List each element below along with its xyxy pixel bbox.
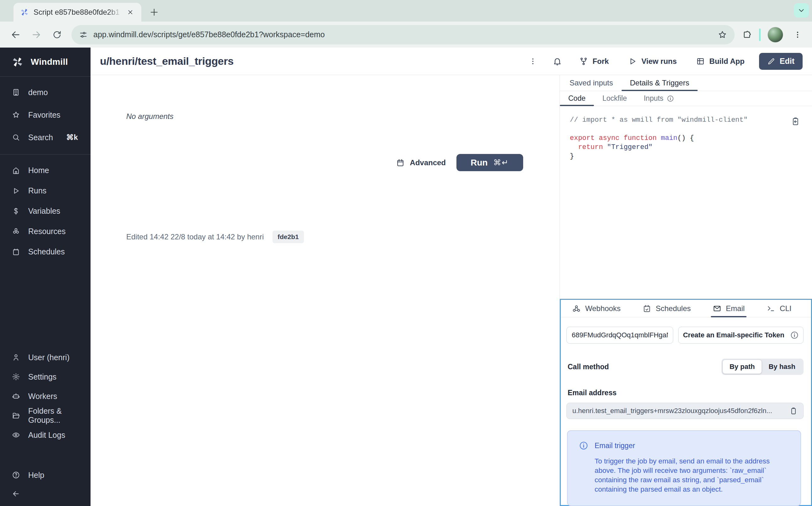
building-icon [12,88,20,96]
browser-tab[interactable]: Script e857be88e0fde2b1 | W [13,3,141,22]
clipboard-icon[interactable] [790,407,798,415]
fork-button[interactable]: Fork [574,54,614,69]
terminal-icon [766,304,775,313]
code-viewer: // import * as wmill from "windmill-clie… [560,106,812,299]
browser-toolbar: app.windmill.dev/scripts/get/e857be88e0f… [0,22,812,48]
sidebar-item-folders[interactable]: Folders & Groups... [0,406,90,425]
sidebar-item-label: Variables [28,206,60,216]
sidebar-item-label: Workers [28,392,57,401]
sidebar-item-search[interactable]: Search ⌘k [0,126,90,149]
email-trigger-info-box: Email trigger To trigger the job by emai… [567,430,801,506]
info-circle-icon [790,331,799,340]
sidebar-item-favorites[interactable]: Favorites [0,104,90,126]
sidebar-item-label: Favorites [28,110,60,119]
forward-icon[interactable] [27,26,45,44]
tab-webhooks-label: Webhooks [585,304,621,313]
tab-close-icon[interactable] [126,7,135,17]
sidebar-item-help[interactable]: Help [0,465,90,485]
play-outline-icon [628,57,637,66]
run-shortcut: ⌘↵ [493,158,509,167]
dollar-icon [12,207,20,215]
back-icon[interactable] [7,26,24,44]
sidebar-item-label: Resources [28,227,66,236]
sidebar-item-home[interactable]: Home [0,160,90,181]
email-address-field[interactable]: u.henri.test_email_triggers+mrsw23zlouxg… [566,403,804,419]
sidebar-item-schedules[interactable]: Schedules [0,242,90,262]
tab-email[interactable]: Email [711,300,747,317]
subtab-lockfile[interactable]: Lockfile [594,91,635,106]
sidebar-item-label: demo [28,88,48,97]
robot-icon [12,392,20,400]
script-code[interactable]: // import * as wmill from "windmill-clie… [560,106,812,161]
code-subtabs: Code Lockfile Inputs [560,91,812,106]
browser-menu-kebab-icon[interactable] [790,27,805,42]
sidebar-item-label: Help [28,471,44,480]
eye-icon [12,431,20,439]
build-app-button[interactable]: Build App [691,54,749,69]
tab-webhooks[interactable]: Webhooks [570,300,622,317]
sidebar-item-workers[interactable]: Workers [0,387,90,406]
subtab-inputs-label: Inputs [644,94,664,103]
code-comment: // import * as wmill from "windmill-clie… [570,116,748,124]
subtab-code[interactable]: Code [560,91,594,106]
tab-schedules-trigger[interactable]: Schedules [640,300,693,317]
url-bar[interactable]: app.windmill.dev/scripts/get/e857be88e0f… [71,25,735,45]
no-arguments-text: No arguments [126,112,174,121]
tab-schedules-label: Schedules [656,304,691,313]
by-path-option[interactable]: By path [723,360,762,373]
advanced-button[interactable]: Advanced [396,158,446,167]
call-method-toggle: By path By hash [722,359,804,375]
email-address-value: u.henri.test_email_triggers+mrsw23zlouxg… [572,407,785,415]
call-method-label: Call method [568,363,609,371]
notifications-bell-icon[interactable] [550,54,565,69]
info-circle-icon [579,441,588,450]
calendar-check-icon [642,304,651,313]
site-settings-icon[interactable] [79,30,88,39]
sidebar-item-workspace[interactable]: demo [0,81,90,104]
bookmark-star-icon[interactable] [718,30,727,39]
sidebar-item-audit-logs[interactable]: Audit Logs [0,425,90,445]
tab-details-triggers[interactable]: Details & Triggers [621,75,698,91]
pencil-icon [767,57,775,65]
run-button[interactable]: Run ⌘↵ [457,154,523,171]
windmill-logo[interactable]: Windmill [0,48,90,76]
sidebar-item-user[interactable]: User (henri) [0,348,90,367]
info-circle-icon [667,95,674,102]
arrow-left-icon [12,490,20,498]
by-hash-option[interactable]: By hash [761,360,802,373]
reload-icon[interactable] [48,26,66,44]
page-header: u/henri/test_email_triggers Fork [90,48,812,75]
email-token-input[interactable] [566,327,673,344]
tab-cli[interactable]: CLI [765,300,793,317]
info-box-body: To trigger the job by email, send an ema… [595,456,789,494]
play-icon [12,187,20,195]
script-hash-badge[interactable]: fde2b1 [273,231,304,243]
windmill-favicon [20,7,29,17]
sidebar-collapse-button[interactable] [0,485,90,503]
sidebar-item-resources[interactable]: Resources [0,221,90,242]
extensions-puzzle-icon[interactable] [742,30,752,40]
copy-code-icon[interactable] [791,117,800,126]
envelope-icon [713,304,722,313]
gear-icon [12,373,20,381]
avatar[interactable] [767,27,783,43]
sidebar-item-runs[interactable]: Runs [0,181,90,201]
more-options-kebab-icon[interactable] [525,54,540,69]
sidebar-item-variables[interactable]: Variables [0,201,90,221]
sidebar-item-settings[interactable]: Settings [0,367,90,387]
sidebar-item-label: Home [28,166,49,175]
tab-email-label: Email [726,304,745,313]
view-runs-button[interactable]: View runs [623,54,682,69]
tab-search-chevron-icon[interactable] [794,3,809,17]
edit-button[interactable]: Edit [759,53,803,70]
new-tab-button[interactable] [147,5,161,19]
folder-open-icon [12,412,20,420]
tab-saved-inputs[interactable]: Saved inputs [561,75,621,91]
create-email-token-button[interactable]: Create an Email-specific Token [678,327,804,344]
advanced-label: Advanced [410,158,446,167]
search-icon [12,133,20,142]
url-text[interactable]: app.windmill.dev/scripts/get/e857be88e0f… [93,30,712,39]
webhook-icon [572,304,581,313]
sidebar-item-label: User (henri) [28,353,70,362]
subtab-inputs[interactable]: Inputs [635,91,683,106]
